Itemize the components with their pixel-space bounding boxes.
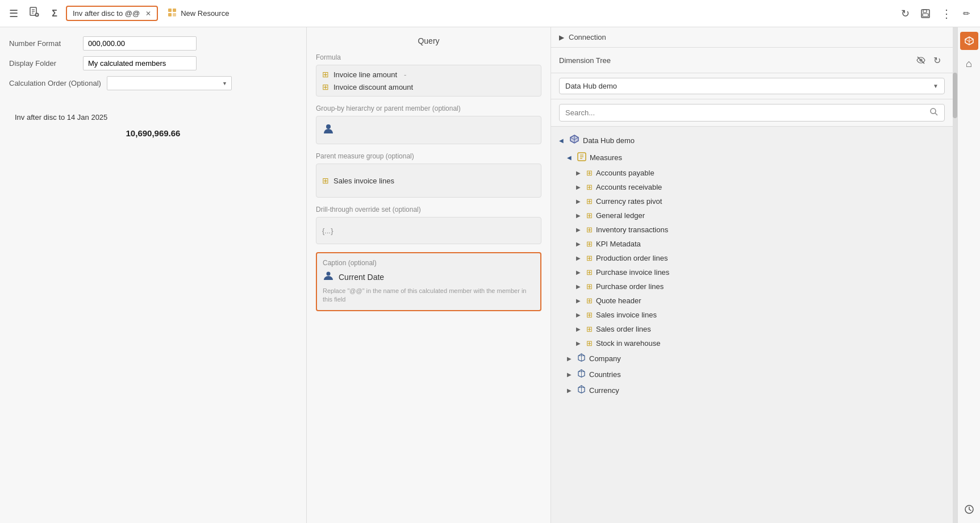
display-folder-input[interactable] xyxy=(83,56,197,70)
measures-label: Measures xyxy=(590,153,622,162)
dimension-tree-refresh-button[interactable]: ↻ xyxy=(929,52,945,68)
parent-measure-box[interactable]: ⊞ Sales invoice lines xyxy=(316,164,541,198)
demo-dropdown[interactable]: Data Hub demo ▼ xyxy=(559,78,945,94)
drill-box[interactable]: {...} xyxy=(316,217,541,244)
si-icon: ⊞ xyxy=(586,311,593,319)
tree-item-currency[interactable]: ▶ Currency xyxy=(551,382,953,398)
stock-label: Stock in warehouse xyxy=(596,339,660,348)
so-arrow-icon: ▶ xyxy=(576,326,583,332)
formula-text-1: Invoice line amount xyxy=(333,70,397,79)
grid-icon xyxy=(167,7,177,20)
drill-section: Drill-through override set (optional) {.… xyxy=(316,206,541,244)
calc-order-select[interactable] xyxy=(107,76,232,90)
cr-arrow-icon: ▶ xyxy=(576,198,583,204)
prod-icon: ⊞ xyxy=(586,254,593,262)
hamburger-menu-button[interactable]: ☰ xyxy=(5,5,23,23)
tree-item-production[interactable]: ▶ ⊞ Production order lines xyxy=(551,251,953,265)
demo-dropdown-row: Data Hub demo ▼ xyxy=(551,73,953,99)
more-options-button[interactable]: ⋮ xyxy=(937,5,955,23)
save-button[interactable] xyxy=(916,5,935,23)
tree-arrow-down-icon: ◀ xyxy=(559,137,566,144)
pi-label: Purchase invoice lines xyxy=(596,268,669,277)
home-sidebar-button[interactable]: ⌂ xyxy=(960,55,978,73)
search-box xyxy=(559,104,945,122)
tree-item-stock[interactable]: ▶ ⊞ Stock in warehouse xyxy=(551,336,953,350)
refresh-button[interactable]: ↻ xyxy=(896,5,914,23)
tree-item-currency-rates[interactable]: ▶ ⊞ Currency rates pivot xyxy=(551,194,953,208)
number-format-input[interactable] xyxy=(83,36,197,51)
scrollbar-thumb[interactable] xyxy=(953,73,957,118)
cube-sidebar-button[interactable] xyxy=(960,32,978,50)
right-panel-content: ▶ Connection Dimension Tree ↻ Data xyxy=(551,27,953,523)
parent-measure-value: Sales invoice lines xyxy=(333,177,394,185)
new-resource-label: New Resource xyxy=(181,9,229,18)
eye-off-button[interactable] xyxy=(913,52,929,68)
demo-dropdown-text: Data Hub demo xyxy=(565,82,928,90)
tree-item-company[interactable]: ▶ Company xyxy=(551,350,953,366)
svg-rect-7 xyxy=(168,9,172,12)
group-by-label: Group-by hierarchy or parent member (opt… xyxy=(316,104,541,112)
qh-icon: ⊞ xyxy=(586,296,593,305)
tree-content: ◀ Data Hub demo ◀ xyxy=(551,127,953,523)
tree-item-purchase-invoice[interactable]: ▶ ⊞ Purchase invoice lines xyxy=(551,265,953,279)
si-label: Sales invoice lines xyxy=(596,311,657,319)
tree-item-purchase-order[interactable]: ▶ ⊞ Purchase order lines xyxy=(551,279,953,294)
ap-arrow-icon: ▶ xyxy=(576,170,583,176)
tree-item-accounts-receivable[interactable]: ▶ ⊞ Accounts receivable xyxy=(551,180,953,194)
svg-line-19 xyxy=(935,113,937,115)
pi-arrow-icon: ▶ xyxy=(576,269,583,275)
formula-dash: - xyxy=(404,70,406,79)
tree-item-sales-order[interactable]: ▶ ⊞ Sales order lines xyxy=(551,322,953,336)
kpi-arrow-icon: ▶ xyxy=(576,241,583,247)
drill-value: {...} xyxy=(322,227,333,235)
tree-item-accounts-payable[interactable]: ▶ ⊞ Accounts payable xyxy=(551,166,953,180)
scrollbar[interactable] xyxy=(953,27,957,523)
active-tab[interactable]: Inv after disc to @@ ✕ xyxy=(66,6,158,21)
new-file-icon xyxy=(29,7,39,20)
gl-label: General ledger xyxy=(596,211,645,220)
caption-box[interactable]: Caption (optional) Current Date Replace … xyxy=(316,252,541,311)
search-input[interactable] xyxy=(565,108,926,117)
hamburger-icon: ☰ xyxy=(9,7,18,20)
svg-point-18 xyxy=(931,108,936,114)
countries-arrow-icon: ▶ xyxy=(567,371,574,378)
formula-box[interactable]: ⊞ Invoice line amount - ⊞ Invoice discou… xyxy=(316,65,541,97)
drill-label: Drill-through override set (optional) xyxy=(316,206,541,214)
display-folder-label: Display Folder xyxy=(9,59,77,68)
calc-order-label: Calculation Order (Optional) xyxy=(9,79,101,87)
svg-rect-10 xyxy=(173,13,176,16)
dropdown-arrow-icon: ▼ xyxy=(933,83,939,89)
svg-rect-13 xyxy=(923,14,928,16)
tree-item-kpi[interactable]: ▶ ⊞ KPI Metadata xyxy=(551,237,953,251)
cr-label: Currency rates pivot xyxy=(596,197,662,206)
tree-measures[interactable]: ◀ Measures xyxy=(551,149,953,166)
sigma-button[interactable]: Σ xyxy=(45,5,64,23)
connection-arrow-icon[interactable]: ▶ xyxy=(559,34,564,41)
calc-order-row: Calculation Order (Optional) xyxy=(9,76,297,90)
group-by-box[interactable] xyxy=(316,116,541,144)
inv-icon: ⊞ xyxy=(586,225,593,234)
formula-icon-2: ⊞ xyxy=(322,82,329,91)
inv-arrow-icon: ▶ xyxy=(576,227,583,233)
gl-icon: ⊞ xyxy=(586,211,593,220)
tree-item-inventory[interactable]: ▶ ⊞ Inventory transactions xyxy=(551,223,953,237)
measures-arrow-icon: ◀ xyxy=(567,154,574,161)
po-icon: ⊞ xyxy=(586,282,593,291)
new-file-button[interactable] xyxy=(25,5,43,23)
qh-label: Quote header xyxy=(596,296,641,305)
person-icon xyxy=(322,123,335,138)
currency-label: Currency xyxy=(589,386,619,395)
tree-item-quote-header[interactable]: ▶ ⊞ Quote header xyxy=(551,294,953,308)
cr-icon: ⊞ xyxy=(586,197,593,206)
edit-button[interactable]: ✏ xyxy=(957,5,975,23)
history-sidebar-button[interactable] xyxy=(960,500,978,518)
close-tab-button[interactable]: ✕ xyxy=(145,10,151,18)
tree-root[interactable]: ◀ Data Hub demo xyxy=(551,131,953,149)
new-resource-tab[interactable]: New Resource xyxy=(160,5,236,22)
search-icon xyxy=(929,107,939,118)
tree-item-countries[interactable]: ▶ Countries xyxy=(551,366,953,382)
tree-item-sales-invoice[interactable]: ▶ ⊞ Sales invoice lines xyxy=(551,308,953,322)
tree-item-general-ledger[interactable]: ▶ ⊞ General ledger xyxy=(551,208,953,223)
parent-measure-label: Parent measure group (optional) xyxy=(316,152,541,160)
stock-icon: ⊞ xyxy=(586,339,593,348)
